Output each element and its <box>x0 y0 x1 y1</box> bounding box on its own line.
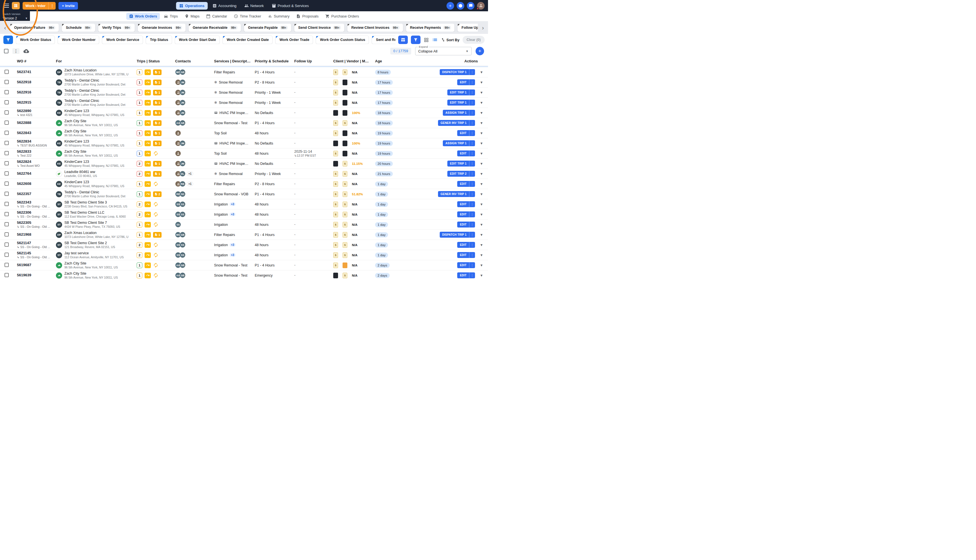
invoice-icon[interactable]: $ <box>333 232 338 238</box>
more-actions-icon[interactable]: ⋮ <box>12 48 20 54</box>
trip-invoice-count[interactable]: 1 <box>153 140 162 146</box>
trip-count-chip[interactable]: 1 <box>137 273 142 278</box>
row-expand-chevron-icon[interactable]: ▼ <box>479 152 484 155</box>
contact-more-badge[interactable]: +1 <box>187 172 193 176</box>
trip-count-chip[interactable]: 1 <box>137 90 142 95</box>
workflow-tab-generate-invoices[interactable]: Generate Invoices99+ <box>138 24 186 32</box>
workflow-tab-generate-payable[interactable]: Generate Payable99+ <box>244 24 291 32</box>
table-row[interactable]: 5622916 TBTeddy's - Dental Clinic2700 Ma… <box>0 88 488 98</box>
workflow-tab-schedule[interactable]: Schedule99+ <box>62 24 95 32</box>
workflow-tab-operations-failure[interactable]: Operations Failure99+ <box>10 24 59 32</box>
action-more-icon[interactable]: ⋮ <box>469 272 475 278</box>
list-view-icon[interactable] <box>432 37 438 43</box>
document-icon[interactable] <box>342 262 347 268</box>
trip-invoice-count[interactable]: 1 <box>153 100 162 105</box>
trip-status-icon[interactable] <box>145 90 151 95</box>
row-checkbox[interactable] <box>5 273 9 277</box>
action-button[interactable]: ASSIGN TRIP 1⋮ <box>443 140 475 146</box>
trip-status-icon[interactable] <box>145 181 151 187</box>
wo-number[interactable]: 5622888 <box>17 121 56 125</box>
column-header-wo-#[interactable]: WO # <box>17 59 56 63</box>
invoice-icon[interactable]: $ <box>333 262 338 268</box>
action-button[interactable]: EDIT⋮ <box>457 262 475 268</box>
row-checkbox[interactable] <box>5 141 9 145</box>
subnav-proposals[interactable]: Proposals <box>294 13 321 20</box>
table-row[interactable]: 5619687 Zach City Site96 5th Avenue, New… <box>0 260 488 270</box>
work-order-button[interactable]: Work Order ⋮ <box>23 2 56 10</box>
column-header-services-descript-[interactable]: Services | Descript… <box>214 59 255 63</box>
action-button[interactable]: EDIT TRIP 1⋮ <box>447 100 475 105</box>
work-order-more-icon[interactable]: ⋮ <box>48 2 56 10</box>
invoice-icon[interactable]: $ <box>333 242 338 248</box>
row-expand-chevron-icon[interactable]: ▼ <box>479 223 484 227</box>
action-more-icon[interactable]: ⋮ <box>469 100 475 105</box>
row-expand-chevron-icon[interactable]: ▼ <box>479 142 484 145</box>
sort-by-button[interactable]: Sort By <box>441 38 459 42</box>
add-work-order-button[interactable]: + <box>475 47 484 55</box>
row-checkbox[interactable] <box>5 263 9 267</box>
action-button[interactable]: EDIT⋮ <box>457 79 475 85</box>
row-checkbox[interactable] <box>5 131 9 135</box>
add-circle-button[interactable] <box>447 2 454 10</box>
filter-chip-work-order-service[interactable]: Work Order Service <box>102 35 143 44</box>
invoice-icon[interactable]: $ <box>342 242 347 248</box>
contact-avatar[interactable]: JM <box>180 79 185 85</box>
trip-status-icon[interactable] <box>145 120 151 126</box>
trip-count-chip[interactable]: 1 <box>137 110 142 116</box>
invoice-icon[interactable]: $ <box>333 181 338 187</box>
invoice-icon[interactable]: $ <box>333 202 338 207</box>
trip-pending-icon[interactable] <box>153 181 158 187</box>
wo-number[interactable]: 5622764 <box>17 172 56 176</box>
trip-status-icon[interactable] <box>145 70 151 75</box>
contact-avatar[interactable]: GB <box>180 272 185 278</box>
action-more-icon[interactable]: ⋮ <box>469 110 475 116</box>
contact-avatar[interactable]: SD <box>180 191 185 197</box>
action-button[interactable]: EDIT⋮ <box>457 201 475 207</box>
trip-pending-icon[interactable] <box>153 151 158 156</box>
action-more-icon[interactable]: ⋮ <box>469 79 475 85</box>
trip-count-chip[interactable]: 1 <box>137 120 142 126</box>
action-more-icon[interactable]: ⋮ <box>469 222 475 228</box>
row-expand-chevron-icon[interactable]: ▼ <box>479 253 484 257</box>
workflow-tab-follow-up-on-client-invoices[interactable]: Follow Up on Client Invoices99+ <box>457 24 478 32</box>
wo-number[interactable]: 5622608 <box>17 182 56 186</box>
table-row[interactable]: 5622890↳ test 4321 KEKinderCare 12345 Wh… <box>0 108 488 118</box>
column-header-priority-schedule[interactable]: Priority & Schedule <box>255 59 294 63</box>
row-checkbox[interactable] <box>5 222 9 227</box>
document-icon[interactable] <box>333 140 338 146</box>
trip-status-icon[interactable] <box>145 242 151 248</box>
primary-nav-operations[interactable]: Operations <box>176 2 208 10</box>
table-row[interactable]: 5622764 Leadville 80461 wwLeadville, CO … <box>0 169 488 179</box>
document-icon[interactable] <box>342 90 347 95</box>
contact-avatar[interactable]: JM <box>180 100 185 105</box>
invoice-icon[interactable]: $ <box>342 181 347 187</box>
row-expand-chevron-icon[interactable]: ▼ <box>479 182 484 186</box>
subnav-time-tracker[interactable]: Time Tracker <box>231 13 264 20</box>
contact-more-badge[interactable]: +1 <box>187 182 193 186</box>
action-more-icon[interactable]: ⋮ <box>469 181 475 187</box>
wo-number[interactable]: 5622915 <box>17 100 56 105</box>
table-row[interactable]: 5621968 DPZach Xmas Location1073 Lakesho… <box>0 230 488 240</box>
trip-count-chip[interactable]: 1 <box>137 151 142 157</box>
row-expand-chevron-icon[interactable]: ▼ <box>479 111 484 115</box>
column-header-for[interactable]: For <box>56 59 137 63</box>
action-button[interactable]: DISPATCH TRIP 1⋮ <box>440 232 475 238</box>
action-more-icon[interactable]: ⋮ <box>469 201 475 207</box>
action-button[interactable]: EDIT⋮ <box>457 130 475 136</box>
table-row[interactable]: 5622843 Zach City Site96 5th Avenue, New… <box>0 128 488 138</box>
row-expand-chevron-icon[interactable]: ▼ <box>479 233 484 237</box>
invoice-icon[interactable]: $ <box>333 212 338 217</box>
trip-invoice-count[interactable]: 1 <box>153 90 162 95</box>
trip-status-icon[interactable] <box>145 140 151 146</box>
action-more-icon[interactable]: ⋮ <box>469 171 475 177</box>
invoice-icon[interactable]: $ <box>342 202 347 207</box>
trip-invoice-count[interactable]: 1 <box>153 70 162 75</box>
contact-avatar[interactable] <box>175 150 181 157</box>
wo-number[interactable]: 5621147 <box>17 241 56 245</box>
subnav-work-orders[interactable]: Work Orders <box>126 13 160 20</box>
subnav-calendar[interactable]: Calendar <box>204 13 230 20</box>
row-expand-chevron-icon[interactable]: ▼ <box>479 162 484 166</box>
workflow-tab-review-client-invoices[interactable]: Review Client Invoices99+ <box>347 24 403 32</box>
trip-status-icon[interactable] <box>145 212 151 217</box>
document-icon[interactable] <box>342 110 347 116</box>
